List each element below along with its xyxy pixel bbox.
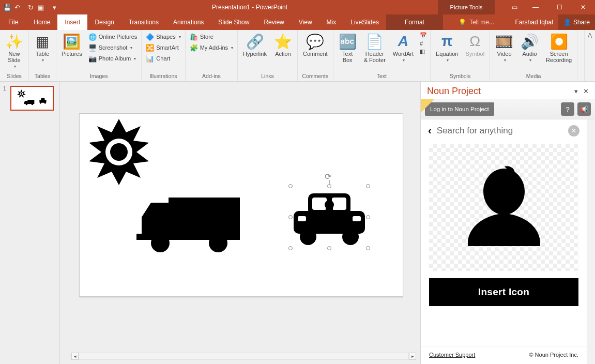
selection-handle[interactable] — [366, 246, 370, 250]
search-input[interactable] — [437, 126, 563, 136]
collapse-ribbon-icon[interactable]: ⋀ — [584, 30, 595, 81]
wordart-button[interactable]: A WordArt — [391, 32, 416, 64]
svg-point-20 — [209, 234, 227, 252]
my-addins-button[interactable]: 🧩My Add-ins — [189, 43, 234, 52]
preview-canvas — [429, 144, 578, 271]
tab-transitions[interactable]: Transitions — [121, 14, 166, 30]
help-button[interactable]: ? — [561, 102, 574, 116]
chart-button[interactable]: 📊Chart — [145, 54, 181, 63]
header-footer-button[interactable]: 📄 Header & Footer — [362, 32, 388, 64]
tab-design[interactable]: Design — [87, 14, 121, 30]
insert-icon-button[interactable]: Insert Icon — [429, 278, 578, 306]
minimize-button[interactable]: — — [524, 0, 547, 14]
slide-thumbnail-1[interactable] — [10, 86, 54, 111]
hyperlink-button[interactable]: 🔗 Hyperlink — [241, 32, 269, 58]
smartart-button[interactable]: 🔀SmartArt — [145, 43, 181, 52]
maximize-button[interactable]: ☐ — [547, 0, 571, 14]
taskpane-close-icon[interactable]: ✕ — [583, 87, 589, 95]
shapes-button[interactable]: 🔷Shapes — [145, 32, 181, 41]
comment-button[interactable]: 💬 Comment — [301, 32, 330, 58]
svg-marker-17 — [142, 203, 170, 217]
tab-liveslides[interactable]: LiveSlides — [343, 14, 386, 30]
slide-edit-area[interactable]: ⟳ — [60, 82, 420, 364]
new-slide-button[interactable]: ✨ New Slide — [3, 32, 25, 70]
photo-album-icon: 📷 — [88, 54, 97, 63]
selection-handle[interactable] — [366, 215, 370, 219]
selection-handle[interactable] — [288, 215, 293, 219]
chart-label: Chart — [156, 55, 170, 62]
undo-icon[interactable]: ↶ — [14, 3, 23, 11]
tab-animations[interactable]: Animations — [166, 14, 211, 30]
screen-recording-button[interactable]: ⏺️ Screen Recording — [544, 32, 574, 64]
slide-number-icon[interactable]: # — [420, 40, 427, 47]
tab-format[interactable]: Format — [386, 14, 443, 30]
audio-icon: 🔊 — [521, 33, 539, 50]
horizontal-scrollbar[interactable]: ◂ ▸ — [71, 353, 416, 360]
tab-slideshow[interactable]: Slide Show — [211, 14, 256, 30]
group-slides-label: Slides — [3, 72, 25, 81]
svg-point-6 — [26, 103, 28, 105]
online-pictures-button[interactable]: 🌐Online Pictures — [87, 32, 139, 41]
sun-shape[interactable] — [83, 116, 155, 188]
action-icon: ⭐ — [274, 33, 292, 50]
selection-handle[interactable] — [288, 246, 293, 250]
group-illustrations-label: Illustrations — [145, 72, 181, 81]
tab-home[interactable]: Home — [26, 14, 57, 30]
account-user[interactable]: Farshad Iqbal — [510, 14, 558, 30]
tab-review[interactable]: Review — [256, 14, 291, 30]
truck-shape[interactable] — [136, 190, 245, 263]
selection-handle[interactable] — [327, 246, 331, 250]
symbol-icon: Ω — [469, 33, 480, 50]
taskpane-toolbar: Log in to Noun Project ? 📢 — [421, 99, 595, 119]
tab-file[interactable]: File — [0, 14, 26, 30]
table-button[interactable]: ▦ Table — [32, 32, 53, 64]
back-icon[interactable]: ‹ — [428, 125, 432, 136]
screenshot-button[interactable]: 🖥️Screenshot — [87, 43, 139, 52]
object-icon[interactable]: ◧ — [420, 48, 427, 55]
start-show-icon[interactable]: ▣ — [38, 3, 47, 11]
photo-album-button[interactable]: 📷Photo Album — [87, 54, 139, 63]
audio-button[interactable]: 🔊 Audio — [518, 32, 541, 64]
clear-search-icon[interactable]: ✕ — [568, 125, 579, 136]
date-time-icon[interactable]: 📅 — [420, 32, 427, 39]
slide-canvas[interactable]: ⟳ — [80, 114, 403, 296]
selection-handle[interactable] — [366, 184, 370, 188]
ribbon-tabs: File Home Insert Design Transitions Anim… — [0, 14, 595, 30]
car-shape-selected[interactable]: ⟳ — [291, 186, 368, 248]
login-button[interactable]: Log in to Noun Project — [425, 102, 494, 116]
selection-handle[interactable] — [327, 184, 331, 188]
screen-recording-label: Screen Recording — [546, 51, 572, 63]
qat-more-icon[interactable]: ▾ — [50, 3, 58, 11]
feedback-button[interactable]: 📢 — [577, 102, 591, 116]
save-icon[interactable]: 💾 — [3, 3, 11, 11]
tab-view[interactable]: View — [292, 14, 319, 30]
customer-support-link[interactable]: Customer Support — [429, 352, 475, 358]
selection-handle[interactable] — [288, 184, 293, 188]
scroll-left-icon[interactable]: ◂ — [71, 353, 79, 360]
tab-insert[interactable]: Insert — [57, 14, 87, 30]
photo-album-label: Photo Album — [99, 55, 131, 62]
taskpane-vertical-scrollbar[interactable] — [587, 119, 595, 364]
store-button[interactable]: 🛍️Store — [189, 32, 234, 41]
hyperlink-icon: 🔗 — [246, 33, 264, 50]
tab-mix[interactable]: Mix — [319, 14, 344, 30]
taskpane-menu-icon[interactable]: ▾ — [574, 87, 578, 95]
pictures-button[interactable]: 🖼️ Pictures — [59, 32, 84, 58]
textbox-label: Text Box — [342, 51, 353, 63]
wordart-icon: A — [398, 33, 408, 50]
share-button[interactable]: 👤 Share — [558, 14, 595, 30]
video-button[interactable]: 🎞️ Video — [493, 32, 515, 64]
symbol-button[interactable]: Ω Symbol — [463, 32, 486, 58]
contextual-tab-group: Picture Tools — [438, 0, 495, 14]
action-button[interactable]: ⭐ Action — [272, 32, 294, 58]
shapes-icon: 🔷 — [146, 33, 154, 41]
redo-icon[interactable]: ↻ — [26, 3, 35, 11]
equation-button[interactable]: π Equation — [434, 32, 460, 64]
svg-rect-30 — [353, 216, 361, 221]
close-button[interactable]: ✕ — [571, 0, 595, 14]
textbox-button[interactable]: 🔤 Text Box — [337, 32, 359, 64]
tell-me-search[interactable]: 💡 Tell me... — [453, 14, 499, 30]
ribbon-display-options-icon[interactable]: ▭ — [505, 0, 524, 14]
scroll-track[interactable] — [79, 353, 409, 360]
scroll-right-icon[interactable]: ▸ — [409, 353, 416, 360]
